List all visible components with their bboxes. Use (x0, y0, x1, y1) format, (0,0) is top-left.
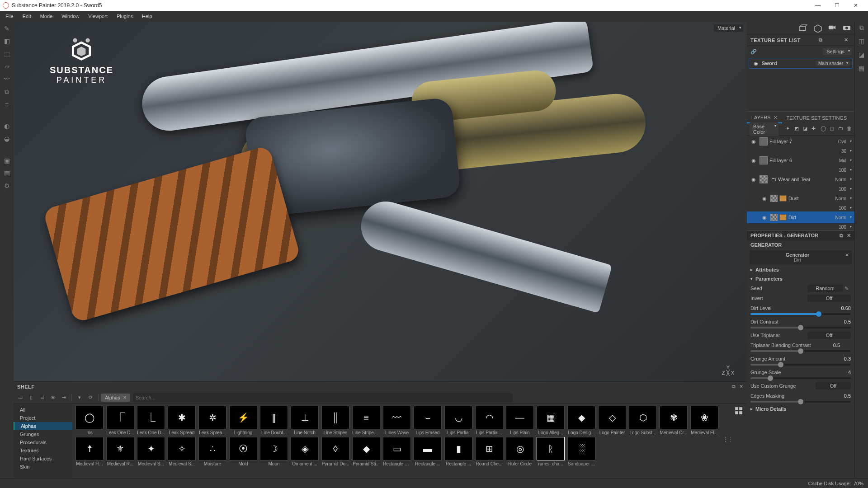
shelf-thumb[interactable]: ⊞Round Che... (475, 437, 504, 466)
generator-clear-icon[interactable]: ✕ (845, 252, 849, 258)
shelf-home-icon[interactable]: ▭ (15, 393, 25, 403)
expand-panel-icon[interactable]: ⧉ (858, 23, 866, 32)
visibility-eye-icon[interactable]: ◉ (750, 158, 758, 164)
shelf-thumb[interactable]: ᚱrunes_cha... (536, 437, 565, 466)
viewport-mode-dropdown[interactable]: Material (714, 24, 743, 32)
layer-row[interactable]: ◉DustNorm (747, 192, 854, 204)
param-triplanar-toggle[interactable]: Off (807, 332, 851, 339)
shelf-thumb[interactable]: ⬡Logo Subst... (628, 406, 657, 435)
shelf-category[interactable]: All (14, 406, 72, 414)
layer-thumb[interactable] (760, 156, 768, 164)
param-dirt-contrast-slider[interactable] (750, 327, 851, 328)
shelf-thumb[interactable]: ✦Medieval S... (137, 437, 165, 466)
clone-tool-icon[interactable]: ⧉ (3, 88, 11, 96)
mask-thumb[interactable] (760, 175, 768, 183)
shelf-thumb[interactable]: ☨Medieval Fl... (75, 437, 104, 466)
param-dirt-contrast-value[interactable]: 0.5 (834, 319, 851, 324)
cube-icon[interactable] (814, 24, 822, 32)
opacity-dropdown[interactable]: 100 (839, 225, 852, 230)
menu-window[interactable]: Window (57, 12, 84, 21)
visibility-eye-icon[interactable]: ◉ (750, 177, 758, 183)
shelf-category[interactable]: Alphas (14, 422, 72, 430)
panel-close-icon[interactable]: ✕ (847, 233, 851, 239)
screenshot-icon[interactable] (843, 24, 851, 32)
param-grunge-amount-value[interactable]: 0.3 (834, 356, 851, 361)
viewport-3d[interactable]: Material SUBSTANCE PAINTER Y Z ╳ X (14, 22, 747, 381)
param-edges-mask-value[interactable]: 0.5 (834, 393, 851, 399)
shelf-thumb[interactable]: ✾Medieval Cr... (659, 406, 688, 435)
shelf-thumb[interactable]: ▦Logo Alleg... (536, 406, 565, 435)
shelf-thumb[interactable]: ⚡Lightning (229, 406, 258, 435)
opacity-dropdown[interactable]: 30 (841, 149, 852, 154)
edit-icon[interactable]: ✎ (844, 286, 851, 291)
quick-mask-icon[interactable]: ◐ (3, 122, 11, 130)
texture-set-settings-dropdown[interactable]: Settings▾ (823, 48, 852, 55)
shelf-thumb[interactable]: ◇Logo Painter (598, 406, 627, 435)
panel-close-icon[interactable]: ✕ (844, 37, 849, 43)
display-settings-icon[interactable]: ◫ (858, 37, 866, 45)
shelf-search-input[interactable] (136, 395, 510, 400)
shelf-thumb[interactable]: —Lips Plain (505, 406, 534, 435)
mask-icon[interactable]: ◩ (794, 126, 799, 133)
param-seed-field[interactable]: Random (807, 285, 843, 292)
shelf-refresh-icon[interactable]: ⟳ (85, 393, 95, 403)
visibility-eye-icon[interactable]: ◉ (760, 215, 769, 221)
shelf-category[interactable]: Textures (14, 446, 72, 455)
shelf-thumb[interactable]: ⌣Lips Erased (413, 406, 442, 435)
eraser-tool-icon[interactable]: ◧ (3, 37, 11, 45)
add-group-icon[interactable]: ▢ (830, 126, 835, 133)
shelf-thumb[interactable]: ◯Iris (75, 406, 104, 435)
menu-help[interactable]: Help (137, 12, 157, 21)
effect-icon[interactable]: ✦ (786, 126, 791, 133)
shelf-thumb[interactable]: ◊Pyramid Do... (321, 437, 350, 466)
param-grunge-amount-slider[interactable] (750, 364, 851, 366)
channel-dropdown[interactable]: Base Color (750, 122, 778, 136)
micro-details-toggle[interactable]: ▸Micro Details (747, 404, 854, 413)
menu-mode[interactable]: Mode (36, 12, 57, 21)
shelf-thumb[interactable]: ☽Moon (259, 437, 288, 466)
shelf-folder-icon[interactable]: ▯ (26, 393, 36, 403)
layer-row[interactable]: ◉Fill layer 7Ovrl (747, 136, 854, 147)
attributes-toggle[interactable]: ▸Attributes (747, 265, 854, 274)
param-grunge-scale-value[interactable]: 4 (834, 370, 851, 375)
shelf-thumb[interactable]: ◡Lips Partial (444, 406, 473, 435)
shelf-thumb[interactable]: ❀Medieval Fl... (690, 406, 719, 435)
generator-selector[interactable]: Generator Dirt ✕ (750, 250, 852, 264)
baking-icon[interactable]: ◒ (3, 135, 11, 143)
perspective-icon[interactable] (799, 24, 807, 32)
menu-plugins[interactable]: Plugins (112, 12, 137, 21)
shelf-tab-close-icon[interactable]: ✕ (123, 395, 127, 400)
tab-close-icon[interactable]: ✕ (774, 115, 778, 120)
camera-icon[interactable] (828, 24, 836, 32)
visibility-eye-icon[interactable]: ◉ (750, 139, 758, 145)
history-icon[interactable]: ▤ (858, 64, 866, 72)
shelf-thumb[interactable]: ✱Leak Spread (167, 406, 196, 435)
add-layer-icon[interactable]: ✚ (811, 126, 816, 133)
opacity-dropdown[interactable]: 100 (839, 206, 852, 211)
shelf-category[interactable]: Hard Surfaces (14, 455, 72, 463)
shelf-thumb[interactable]: ◎Ruler Circle (505, 437, 534, 466)
tab-layers[interactable]: LAYERS✕ (747, 113, 782, 123)
tab-texture-set-settings[interactable]: TEXTURE SET SETTINGS (782, 113, 852, 123)
shelf-tab-alphas[interactable]: Alphas ✕ (101, 394, 130, 402)
blend-mode-dropdown[interactable]: Ovrl (838, 139, 852, 144)
shelf-thumb[interactable]: ⎿Leak One D... (137, 406, 165, 435)
add-adjustment-icon[interactable]: ◯ (821, 126, 826, 133)
blend-mode-dropdown[interactable]: Norm (835, 196, 852, 201)
blend-mode-dropdown[interactable]: Norm (835, 215, 852, 220)
param-tri-blend-value[interactable]: 0.5 (823, 343, 840, 348)
minimize-button[interactable]: — (808, 0, 827, 11)
panel-resize-grip[interactable]: ⋮⋮ (722, 436, 731, 443)
shelf-category[interactable]: Procedurals (14, 438, 72, 446)
shelf-thumb[interactable]: ◈Ornament ... (290, 437, 319, 466)
param-custom-grunge-toggle[interactable]: Off (816, 382, 851, 389)
render-icon[interactable]: ▤ (3, 169, 11, 177)
visibility-eye-icon[interactable]: ◉ (760, 196, 769, 202)
opacity-dropdown[interactable]: 100 (839, 168, 852, 173)
shelf-category[interactable]: Project (14, 414, 72, 422)
mask-thumb[interactable] (770, 195, 778, 202)
shelf-close-icon[interactable]: ✕ (739, 384, 743, 389)
opacity-dropdown[interactable]: 100 (839, 187, 852, 192)
layer-row[interactable]: ◉🗀Wear and TearNorm (747, 174, 854, 185)
shelf-undock-icon[interactable]: ⧉ (732, 384, 736, 389)
